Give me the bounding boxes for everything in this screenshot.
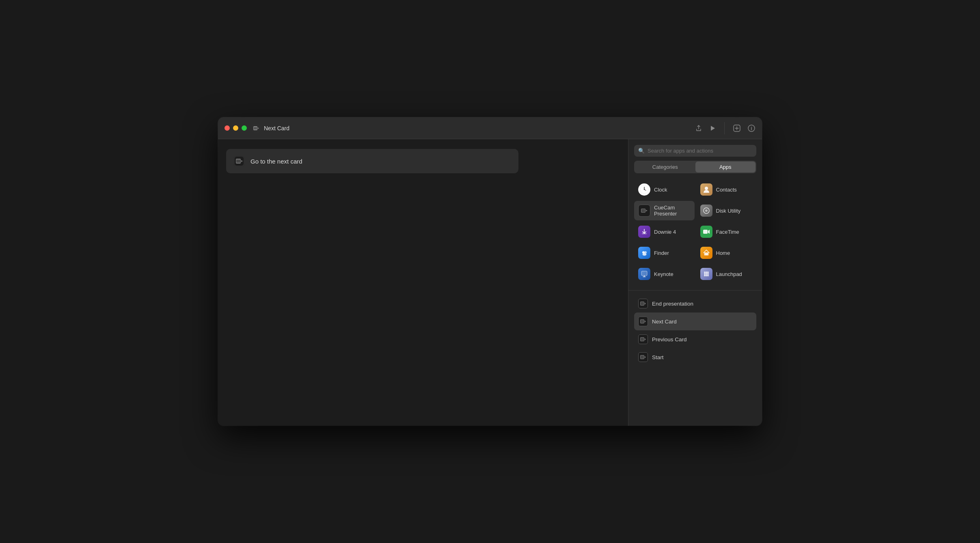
contacts-icon	[700, 183, 712, 196]
sidebar-tabs: Categories Apps	[634, 161, 756, 173]
add-button[interactable]	[733, 124, 741, 132]
search-input[interactable]	[648, 148, 752, 154]
action-item-next-card[interactable]: Next Card	[634, 312, 756, 330]
svg-point-38	[704, 275, 706, 276]
app-item-downie[interactable]: Downie 4	[634, 222, 695, 241]
home-icon	[700, 247, 712, 259]
action-name-start: Start	[652, 354, 664, 360]
action-block-icon	[233, 155, 245, 167]
app-item-cuecam[interactable]: CueCam Presenter	[634, 201, 695, 220]
svg-point-36	[706, 273, 707, 275]
svg-point-15	[644, 189, 645, 190]
app-name-diskutil: Disk Utility	[716, 208, 741, 214]
app-name-home: Home	[716, 250, 730, 256]
launchpad-icon	[700, 268, 712, 280]
previous-card-icon	[638, 334, 648, 344]
search-box[interactable]: 🔍	[634, 145, 756, 157]
app-name-facetime: FaceTime	[716, 229, 739, 235]
keynote-icon	[638, 268, 650, 280]
app-item-keynote[interactable]: Keynote	[634, 264, 695, 284]
start-icon	[638, 352, 648, 362]
svg-point-37	[707, 273, 709, 275]
tab-categories[interactable]: Categories	[635, 162, 695, 172]
action-item-start[interactable]: Start	[634, 348, 756, 366]
main-content: Go to the next card 🔍 Categories Apps	[218, 139, 762, 426]
action-name-previous-card: Previous Card	[652, 336, 687, 343]
svg-marker-24	[708, 230, 710, 234]
svg-point-21	[705, 209, 708, 212]
svg-point-35	[704, 273, 706, 275]
svg-marker-4	[711, 126, 715, 131]
app-item-finder[interactable]: Finder	[634, 243, 695, 263]
svg-point-34	[707, 272, 709, 273]
traffic-lights	[224, 125, 247, 131]
app-item-home[interactable]: Home	[696, 243, 757, 263]
app-name-cuecam: CueCam Presenter	[654, 205, 691, 217]
svg-rect-48	[641, 320, 644, 323]
minimize-button[interactable]	[233, 125, 238, 131]
apps-grid: Clock Contacts	[628, 177, 762, 288]
tab-apps[interactable]: Apps	[695, 162, 756, 172]
end-presentation-icon	[638, 299, 648, 308]
next-card-icon	[638, 317, 648, 326]
mac-window: Next Card	[218, 117, 762, 426]
diskutil-icon	[700, 205, 712, 217]
app-item-clock[interactable]: Clock	[634, 180, 695, 199]
toolbar-actions	[695, 122, 756, 134]
app-item-contacts[interactable]: Contacts	[696, 180, 757, 199]
maximize-button[interactable]	[242, 125, 247, 131]
toolbar-divider	[724, 122, 725, 134]
run-button[interactable]	[709, 125, 716, 132]
svg-rect-19	[641, 209, 645, 212]
app-name-downie: Downie 4	[654, 229, 676, 235]
clock-icon	[638, 183, 650, 196]
svg-rect-29	[641, 271, 647, 276]
share-button[interactable]	[695, 125, 702, 132]
action-block-label: Go to the next card	[250, 158, 302, 165]
svg-point-16	[705, 187, 708, 190]
app-item-launchpad[interactable]: Launchpad	[696, 264, 757, 284]
title-bar: Next Card	[218, 117, 762, 139]
downie-icon	[638, 226, 650, 238]
svg-rect-28	[706, 254, 707, 255]
editor-panel: Go to the next card	[218, 139, 628, 426]
svg-point-33	[706, 272, 707, 273]
svg-point-40	[707, 275, 709, 276]
app-icon	[252, 124, 261, 133]
action-name-end-presentation: End presentation	[652, 301, 693, 307]
info-button[interactable]	[747, 124, 756, 132]
window-title: Next Card	[264, 125, 695, 131]
svg-rect-10	[236, 159, 240, 163]
svg-rect-44	[641, 302, 644, 305]
action-item-end-presentation[interactable]: End presentation	[634, 295, 756, 312]
svg-rect-3	[254, 127, 257, 129]
app-name-clock: Clock	[654, 187, 667, 193]
facetime-icon	[700, 226, 712, 238]
actions-list: End presentation Next Card	[628, 293, 762, 426]
sidebar-search: 🔍	[628, 139, 762, 161]
action-name-next-card: Next Card	[652, 319, 677, 325]
action-block[interactable]: Go to the next card	[226, 149, 518, 173]
app-name-contacts: Contacts	[716, 187, 737, 193]
app-name-finder: Finder	[654, 250, 669, 256]
close-button[interactable]	[224, 125, 230, 131]
svg-rect-56	[641, 356, 644, 359]
app-name-keynote: Keynote	[654, 271, 673, 277]
cuecam-title-icon	[253, 125, 260, 132]
finder-icon	[638, 247, 650, 259]
app-item-diskutil[interactable]: Disk Utility	[696, 201, 757, 220]
sidebar-panel: 🔍 Categories Apps	[628, 139, 762, 426]
app-item-facetime[interactable]: FaceTime	[696, 222, 757, 241]
search-icon: 🔍	[638, 148, 645, 154]
svg-rect-23	[703, 230, 708, 234]
svg-point-27	[643, 253, 647, 256]
svg-point-32	[704, 272, 706, 273]
action-item-previous-card[interactable]: Previous Card	[634, 330, 756, 348]
svg-point-39	[706, 275, 707, 276]
cuecam-icon	[638, 205, 650, 217]
svg-rect-52	[641, 338, 644, 341]
app-name-launchpad: Launchpad	[716, 271, 742, 277]
sidebar-divider	[628, 290, 762, 291]
svg-marker-18	[646, 210, 648, 211]
